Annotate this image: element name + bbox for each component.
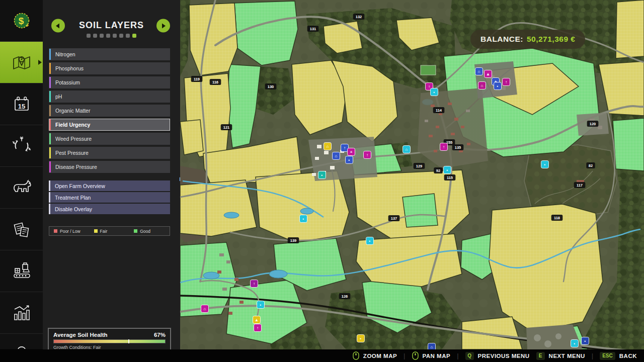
map-poi-icon[interactable]: ⌂ [324,143,332,150]
soil-health-title: Average Soil Health [53,332,108,338]
map-poi-icon[interactable]: ▪ [257,301,265,309]
map-poi-icon[interactable]: ⌂ [475,68,483,75]
page-dot [126,34,130,38]
layer-label: Phosphorus [55,65,84,71]
field-badge-139: 139 [288,237,299,243]
svg-text:↑: ↑ [253,282,255,286]
layer-item-organic-matter[interactable]: Organic Matter [49,105,170,117]
sidebar-item-map[interactable] [0,42,43,83]
bar-chart-icon [11,302,32,323]
soil-layers-panel: SOIL LAYERS NitrogenPhosphorusPotassiump… [43,0,180,349]
field-badge-130: 130 [265,83,277,89]
button-accent-bar [49,204,50,214]
layer-color-bar [49,63,51,74]
overlay-legend: Poor / LowFairGood [49,226,170,236]
rotation-icon [11,135,32,156]
field-badge-92: 92 [434,167,442,173]
balance-value: 50,271,369 € [527,35,576,44]
page-dot [100,34,104,38]
map-poi-icon[interactable]: ▪ [318,171,326,179]
page-dot [119,34,123,38]
button-label: Open Farm Overview [55,183,105,189]
map-poi-icon[interactable]: ⌂ [333,152,340,160]
layer-item-disease-pressure[interactable]: Disease Pressure [49,161,170,173]
map-poi-icon[interactable]: ⌂ [478,82,486,89]
layer-item-field-urgency[interactable]: Field Urgency [49,119,170,131]
world-map[interactable]: 1321311191161301211142551351299211512082… [180,0,644,349]
sidebar-item-production[interactable] [0,250,43,292]
map-poi-icon[interactable]: ▪ [346,156,353,164]
field-badge-82: 82 [586,162,595,168]
next-menu-control[interactable]: E NEXT MENU [536,352,585,360]
map-marker-icon [11,52,33,72]
layer-item-phosphorus[interactable]: Phosphorus [49,62,170,74]
map-poi-icon[interactable]: ▪ [494,82,502,90]
svg-text:▲: ▲ [486,72,490,76]
key-q-badge: Q [465,352,474,360]
open-farm-overview-button[interactable]: Open Farm Overview [49,180,170,191]
layer-item-weed-pressure[interactable]: Weed Pressure [49,133,170,145]
map-poi-icon[interactable]: ▪ [357,335,365,342]
map-poi-icon[interactable]: ↑ [364,151,371,159]
chevron-right-icon [162,23,166,28]
layer-color-bar [49,119,51,130]
next-layer-page-button[interactable] [156,19,170,33]
map-poi-icon[interactable]: ▲ [253,316,261,324]
sidebar-item-statistics[interactable] [0,292,43,334]
svg-text:▪: ▪ [303,217,304,221]
map-poi-icon[interactable]: ▲ [485,70,492,78]
svg-text:118: 118 [554,216,560,220]
pan-map-control[interactable]: PAN MAP [412,351,451,360]
disable-overlay-button[interactable]: Disable Overlay [49,204,170,214]
map-poi-icon[interactable]: ▪ [582,337,589,345]
layer-label: Disease Pressure [55,164,97,170]
map-poi-icon[interactable]: + [348,148,355,156]
sidebar-item-animals[interactable] [0,167,43,209]
layer-item-nitrogen[interactable]: Nitrogen [49,48,170,60]
treatment-plan-button[interactable]: Treatment Plan [49,192,170,203]
layer-item-ph[interactable]: pH [49,90,170,103]
svg-text:132: 132 [356,15,362,19]
map-viewport[interactable]: 1321311191161301211142551351299211512082… [180,0,644,349]
map-poi-icon[interactable]: ↑ [251,280,258,288]
sidebar-item-finances[interactable]: $ + [0,0,43,42]
documents-icon [11,219,32,240]
map-poi-icon[interactable]: ↑ [503,78,510,86]
svg-text:121: 121 [223,125,230,130]
sidebar-item-crop-rotation[interactable] [0,125,43,167]
map-poi-icon[interactable]: ▪ [431,88,438,96]
map-poi-icon[interactable]: ▪ [444,166,451,174]
zoom-map-control[interactable]: ZOOM MAP [353,351,397,360]
svg-text:⌂: ⌂ [481,83,484,88]
legend-item: Good [129,229,170,234]
map-poi-icon[interactable]: ▪ [571,340,579,347]
sidebar-item-more[interactable] [0,334,43,349]
map-poi-icon[interactable]: ▪ [366,237,374,245]
previous-menu-control[interactable]: Q PREVIOUS MENU [465,352,530,360]
field-badge-126: 126 [339,293,351,299]
map-poi-icon[interactable]: ↑ [440,143,448,151]
sidebar-item-contracts[interactable] [0,209,43,250]
back-control[interactable]: ESC BACK [600,352,637,360]
mouse-icon [353,351,359,360]
map-poi-icon[interactable]: ▪ [541,161,549,168]
bottom-hotkey-bar: ZOOM MAP | PAN MAP | Q PREVIOUS MENU E N… [0,349,644,362]
button-label: Disable Overlay [55,206,92,212]
layer-item-pest-pressure[interactable]: Pest Pressure [49,147,170,159]
svg-text:▪: ▪ [260,303,262,307]
field-badge-115: 115 [444,174,456,180]
field-badge-129: 129 [414,163,425,169]
cow-icon [11,177,33,198]
separator: | [404,352,405,359]
svg-text:▪: ▪ [360,336,362,341]
svg-text:▪: ▪ [321,173,323,177]
field-badge-132: 132 [353,14,365,20]
map-poi-icon[interactable]: ⌂ [201,305,209,313]
sidebar-item-calendar[interactable]: 15 [0,83,43,125]
map-poi-icon[interactable]: ↑ [254,324,262,332]
layer-item-potassium[interactable]: Potassium [49,76,170,88]
map-poi-icon[interactable]: ⌂ [428,343,436,350]
map-poi-icon[interactable]: ▪ [300,215,307,223]
svg-text:↑: ↑ [257,326,259,330]
map-poi-icon[interactable]: ⌂ [403,146,411,153]
